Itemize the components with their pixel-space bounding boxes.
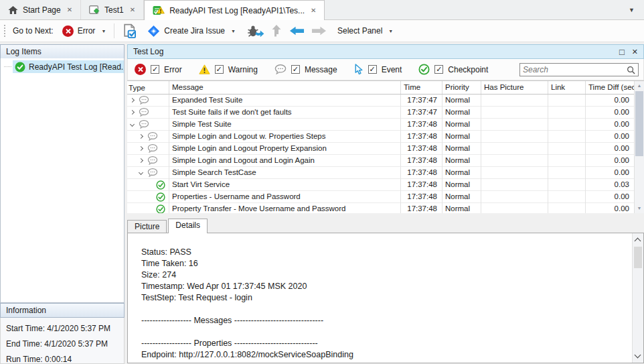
type-cell bbox=[127, 167, 169, 179]
event-checkbox[interactable] bbox=[368, 65, 377, 74]
home-icon bbox=[8, 5, 18, 15]
type-cell bbox=[127, 191, 169, 203]
column-header-link[interactable]: Link bbox=[548, 81, 586, 94]
search-icon[interactable] bbox=[627, 66, 635, 74]
filter-error[interactable]: Error bbox=[135, 64, 182, 75]
message-cell: Start Virt Service bbox=[169, 179, 401, 191]
step-out-button[interactable] bbox=[268, 22, 286, 40]
filter-message[interactable]: Message bbox=[274, 64, 337, 74]
filter-checkpoint[interactable]: Checkpoint bbox=[418, 64, 488, 75]
column-header-priority[interactable]: Priority bbox=[442, 81, 481, 94]
expander-icon[interactable] bbox=[130, 122, 135, 127]
log-row[interactable]: Property Transfer - Move Username and Pa… bbox=[127, 203, 634, 213]
select-panel-button[interactable]: Select Panel bbox=[334, 24, 396, 38]
table-scrollbar[interactable] bbox=[634, 81, 644, 213]
time-cell: 17:37:48 bbox=[401, 191, 442, 203]
success-check-icon bbox=[15, 62, 25, 72]
scrollbar-thumb[interactable] bbox=[635, 91, 643, 156]
tab-picture[interactable]: Picture bbox=[127, 220, 167, 233]
priority-cell: Normal bbox=[442, 155, 481, 167]
navigate-forward-button[interactable] bbox=[308, 23, 330, 38]
debug-step-icon-button[interactable] bbox=[243, 22, 268, 40]
filter-warning[interactable]: Warning bbox=[199, 64, 258, 74]
log-row[interactable]: Properties - Username and Password 17:37… bbox=[127, 191, 634, 203]
go-to-next-error-button[interactable]: Error bbox=[59, 23, 110, 39]
log-row[interactable]: Simple Test Suite 17:37:48 Normal 0.00 bbox=[127, 119, 634, 131]
create-report-button[interactable] bbox=[119, 21, 140, 41]
error-checkbox[interactable] bbox=[151, 65, 159, 74]
scrollbar-thumb[interactable] bbox=[634, 247, 642, 268]
log-row[interactable]: Simple Login and Logout and Login Again … bbox=[127, 155, 634, 167]
chevron-down-icon[interactable] bbox=[231, 29, 236, 34]
details-scrollbar[interactable] bbox=[632, 233, 643, 363]
log-row[interactable]: Simple Login and Logout Property Expansi… bbox=[127, 143, 634, 155]
has-picture-cell bbox=[481, 107, 548, 119]
maximize-icon[interactable] bbox=[619, 47, 625, 57]
filter-label: Checkpoint bbox=[448, 65, 488, 74]
column-header-type[interactable]: Type bbox=[127, 81, 169, 94]
tab-readyapi-test-log[interactable]: ReadyAPI Test Log [ReadyAPI1\Tes... bbox=[144, 0, 325, 20]
error-icon bbox=[62, 25, 74, 37]
tab-details[interactable]: Details bbox=[168, 219, 208, 233]
message-bubble-icon bbox=[139, 108, 149, 117]
close-icon[interactable] bbox=[311, 7, 316, 14]
expander-icon[interactable] bbox=[130, 110, 135, 115]
expander-icon[interactable] bbox=[139, 134, 143, 139]
priority-cell: Normal bbox=[442, 203, 481, 214]
chevron-down-icon[interactable] bbox=[388, 29, 393, 34]
has-picture-cell bbox=[481, 167, 548, 179]
jira-icon bbox=[147, 25, 160, 38]
tab-test1[interactable]: Test1 bbox=[81, 0, 144, 19]
tree-item-readyapi-test-log[interactable]: ReadyAPI Test Log [Read... bbox=[1, 60, 124, 73]
time-diff-cell: 0.00 bbox=[586, 95, 634, 107]
has-picture-cell bbox=[481, 203, 548, 214]
log-row[interactable]: Simple Login and Logout w. Properties St… bbox=[127, 131, 634, 143]
log-row[interactable]: Expanded Test Suite 17:37:47 Normal 0.00 bbox=[127, 95, 634, 107]
column-header-time[interactable]: Time bbox=[401, 81, 442, 94]
close-icon[interactable] bbox=[632, 48, 638, 56]
tab-start-page[interactable]: Start Page bbox=[0, 0, 81, 19]
link-cell bbox=[548, 179, 586, 191]
message-cell: Expanded Test Suite bbox=[169, 95, 401, 107]
expander-icon[interactable] bbox=[139, 158, 143, 163]
tab-overflow-chevron-icon[interactable] bbox=[629, 7, 644, 13]
create-jira-issue-button[interactable]: Create Jira Issue bbox=[144, 23, 239, 40]
filter-event[interactable]: Event bbox=[354, 64, 402, 75]
column-header-message[interactable]: Message bbox=[169, 81, 401, 94]
log-items-tree: ReadyAPI Test Log [Read... bbox=[0, 58, 125, 303]
scroll-down-icon[interactable] bbox=[635, 204, 644, 213]
scroll-up-icon[interactable] bbox=[635, 81, 644, 90]
scroll-up-icon[interactable] bbox=[635, 238, 641, 245]
checkpoint-icon bbox=[156, 180, 165, 190]
log-row[interactable]: Test Suite fails if we don't get faults … bbox=[127, 107, 634, 119]
type-cell bbox=[127, 143, 169, 155]
warning-checkbox[interactable] bbox=[215, 65, 224, 74]
chevron-down-icon[interactable] bbox=[101, 29, 106, 34]
time-cell: 17:37:48 bbox=[401, 203, 442, 214]
column-header-has-picture[interactable]: Has Picture bbox=[481, 81, 548, 94]
log-row[interactable]: Start Virt Service 17:37:48 Normal 0.03 bbox=[127, 179, 634, 191]
column-header-time-diff[interactable]: Time Diff (sec) bbox=[586, 81, 634, 94]
checkpoint-icon bbox=[418, 64, 430, 75]
arrow-left-icon bbox=[289, 25, 305, 36]
message-checkbox[interactable] bbox=[291, 65, 300, 74]
test-log-icon bbox=[153, 5, 165, 15]
filter-toolbar: Error Warning Message bbox=[127, 59, 644, 80]
tree-branch bbox=[4, 66, 11, 67]
start-time-text: Start Time: 4/1/2020 5:37 PM bbox=[6, 324, 118, 333]
has-picture-cell bbox=[481, 119, 548, 131]
expander-icon[interactable] bbox=[139, 146, 143, 151]
close-icon[interactable] bbox=[67, 6, 72, 13]
scroll-down-icon[interactable] bbox=[635, 352, 641, 359]
toolbar-grip[interactable] bbox=[4, 25, 7, 37]
expander-icon[interactable] bbox=[139, 170, 143, 175]
message-cell: Simple Search TestCase bbox=[169, 167, 401, 179]
search-input[interactable] bbox=[520, 65, 627, 74]
message-cell: Properties - Username and Password bbox=[169, 191, 401, 203]
checkpoint-checkbox[interactable] bbox=[434, 65, 443, 74]
create-jira-issue-label: Create Jira Issue bbox=[164, 26, 225, 36]
close-icon[interactable] bbox=[130, 6, 135, 13]
log-row[interactable]: Simple Search TestCase 17:37:48 Normal 0… bbox=[127, 167, 634, 179]
navigate-back-button[interactable] bbox=[286, 23, 308, 38]
expander-icon[interactable] bbox=[130, 98, 135, 103]
